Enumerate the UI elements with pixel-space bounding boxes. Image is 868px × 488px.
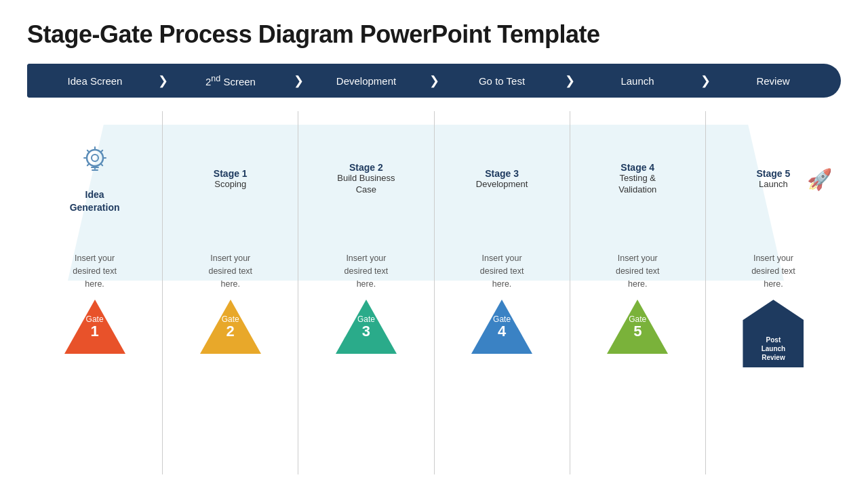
nav-item-launch[interactable]: Launch	[570, 64, 705, 98]
gate-4-triangle: Gate 4	[471, 300, 532, 354]
gate-3-triangle: Gate 3	[336, 300, 397, 354]
stage-idea-name: IdeaGeneration	[70, 188, 120, 213]
stage-5-sub: Launch	[759, 179, 788, 190]
stage-col-3: Stage 3 Development Insert yourdesired t…	[434, 111, 570, 474]
gate-2-triangle: Gate 2	[200, 300, 261, 354]
rocket-icon: 🚀	[807, 167, 832, 191]
svg-line-6	[87, 150, 89, 152]
gate-5-triangle: Gate 5	[607, 300, 668, 354]
stage-1-desc: Insert yourdesired texthere.	[205, 247, 255, 296]
stage-2-sub: Build BusinessCase	[337, 173, 395, 196]
page-title: Stage-Gate Process Diagram PowerPoint Te…	[27, 20, 841, 49]
stage-2-name: Stage 2	[349, 162, 383, 173]
nav-item-idea-screen[interactable]: Idea Screen	[27, 64, 163, 98]
nav-item-go-to-test[interactable]: Go to Test	[434, 64, 570, 98]
stage-3-name: Stage 3	[485, 168, 519, 179]
gate-2-container: Gate 2	[200, 300, 261, 354]
stage-3-desc: Insert yourdesired texthere.	[477, 247, 527, 296]
stage-4-sub: Testing &Validation	[618, 173, 656, 196]
gate-3-container: Gate 3	[336, 300, 397, 354]
stage-idea-desc: Insert yourdesired texthere.	[70, 247, 119, 296]
stage-1-top: Stage 1 Scoping	[214, 111, 248, 247]
svg-line-8	[100, 150, 102, 152]
svg-line-7	[100, 164, 102, 166]
idea-icon	[78, 144, 112, 184]
stage-col-4: Stage 4 Testing &Validation Insert yourd…	[570, 111, 705, 474]
stage-5-name: Stage 5	[757, 168, 791, 179]
nav-item-2nd-screen[interactable]: 2nd Screen	[163, 64, 298, 98]
post-launch-container: PostLaunchReview	[743, 300, 804, 367]
stage-4-desc: Insert yourdesired texthere.	[613, 247, 663, 296]
stage-4-name: Stage 4	[620, 162, 654, 173]
nav-bar: Idea Screen 2nd Screen Development Go to…	[27, 64, 841, 98]
stage-col-idea: IdeaGeneration Insert yourdesired texthe…	[27, 111, 162, 474]
post-launch-shape: PostLaunchReview	[743, 300, 804, 367]
stage-4-top: Stage 4 Testing &Validation	[618, 111, 656, 247]
stage-1-sub: Scoping	[214, 179, 246, 190]
nav-item-development[interactable]: Development	[298, 64, 434, 98]
gate-4-container: Gate 4	[471, 300, 532, 354]
gate-1-triangle: Gate 1	[64, 300, 125, 354]
stage-5-top: Stage 5 Launch 🚀	[709, 111, 837, 247]
svg-line-9	[87, 164, 89, 166]
stage-2-desc: Insert yourdesired texthere.	[342, 247, 391, 296]
stage-col-5: Stage 5 Launch 🚀 Insert yourdesired text…	[705, 111, 841, 474]
stage-3-sub: Development	[476, 179, 528, 190]
page-container: Stage-Gate Process Diagram PowerPoint Te…	[0, 0, 868, 488]
gate-5-container: Gate 5	[607, 300, 668, 354]
stage-col-2: Stage 2 Build BusinessCase Insert yourde…	[298, 111, 433, 474]
stage-3-top: Stage 3 Development	[476, 111, 528, 247]
stage-idea-top: IdeaGeneration	[70, 111, 120, 247]
nav-item-review[interactable]: Review	[705, 64, 841, 98]
gate-1-container: Gate 1	[64, 300, 125, 354]
svg-point-1	[92, 155, 98, 161]
stage-2-top: Stage 2 Build BusinessCase	[337, 111, 395, 247]
stage-1-name: Stage 1	[214, 168, 248, 179]
stage-col-1: Stage 1 Scoping Insert yourdesired texth…	[162, 111, 298, 474]
stage-5-desc: Insert yourdesired texthere.	[749, 247, 798, 296]
